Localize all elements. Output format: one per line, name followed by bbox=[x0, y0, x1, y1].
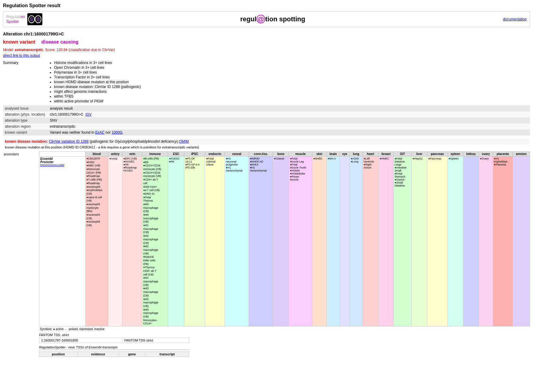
col-header-artery: artery bbox=[108, 152, 122, 156]
promoters-content: blood artery vein immune ESC iPSC endocr… bbox=[39, 151, 530, 357]
near-tss-title: RegulationSpotter - near TSSs of Ensembl… bbox=[39, 345, 189, 350]
liver-cell: ●HepG2 bbox=[411, 156, 427, 327]
summary-item: known disease mutation: ClinVar ID 1288 … bbox=[54, 85, 141, 89]
col-header-endocrin: endocrin bbox=[205, 152, 225, 156]
summary-content: Histone modifications in 3+ cell lines O… bbox=[48, 61, 141, 104]
disease-causing-label: disease causing bbox=[41, 39, 79, 45]
analysis-table: analysed issue analysis result alteratio… bbox=[3, 105, 530, 135]
col-header-brain: brain bbox=[326, 152, 340, 156]
col-header-breast: breast bbox=[379, 152, 394, 156]
header-bar: Regulation Spotter regul@tion spotting d… bbox=[3, 11, 530, 27]
ensembl-link[interactable]: ENSR00000014489 bbox=[40, 164, 64, 167]
svg-point-3 bbox=[36, 17, 40, 22]
clinvar-link[interactable]: ClinVar variation ID 1288 bbox=[49, 139, 89, 144]
alteration-title: Alteration chr1:160001799G>C bbox=[3, 32, 530, 36]
col-gene: gene bbox=[119, 352, 145, 357]
model-line: Model: extratranscriptic, Score: 120.64 … bbox=[3, 48, 530, 52]
lung-cell: ●A549●Lung bbox=[350, 156, 362, 327]
summary-item: within TFBS bbox=[54, 94, 141, 99]
summary-item: Open Chromatin in 3+ cell lines bbox=[54, 65, 141, 70]
igv-link[interactable]: IGV bbox=[85, 112, 92, 117]
row-label: known variant bbox=[3, 129, 48, 135]
summary-item: Transcription Factor in 3+ cell lines bbox=[54, 75, 141, 79]
near-tss-header-row: position evidence gene transcript bbox=[39, 352, 189, 357]
placenta-cell: ●H1trophoblast●Placenta bbox=[493, 156, 513, 327]
col-header-pancreas: pancreas bbox=[427, 152, 447, 156]
summary-section: Summary Histone modifications in 3+ cell… bbox=[3, 61, 530, 104]
col-header-liver: liver bbox=[411, 152, 427, 156]
promoters-label: promoters bbox=[3, 151, 39, 357]
row-value: analysis result bbox=[48, 105, 530, 111]
table-row: known variant Variant was neither found … bbox=[3, 129, 530, 135]
col-header-bone: bone bbox=[273, 152, 289, 156]
table-row: alteration type SNV bbox=[3, 117, 530, 123]
artery-cell: ●Aorta bbox=[108, 156, 122, 327]
col-header-skin: skin bbox=[312, 152, 326, 156]
col-header-conntiss: conn.tiss. bbox=[249, 152, 273, 156]
col-header-immune: immune bbox=[142, 152, 168, 156]
known-variant-label: known variant bbox=[3, 39, 35, 45]
muscle-cell: ●FetalMuscle Leg●FetalMuscle Trunk●HSMM●… bbox=[289, 156, 312, 327]
direct-link[interactable]: direct link to this output bbox=[3, 53, 530, 58]
row-label: alteration region bbox=[3, 123, 48, 129]
logo-icon bbox=[27, 13, 42, 25]
col-header-placenta: placenta bbox=[493, 152, 513, 156]
ensembl-cell: EnsemblPromoter ENSR00000014489 bbox=[39, 156, 86, 327]
col-ensembl bbox=[39, 152, 86, 156]
col-header-esc: ESC bbox=[168, 152, 184, 156]
logo-text: Regulation Spotter bbox=[6, 14, 25, 24]
endocrin-cell: ●FetalAdrenalGland bbox=[205, 156, 225, 327]
near-tss-table: position evidence gene transcript bbox=[39, 351, 189, 357]
ovary-cell: ●Ovary bbox=[479, 156, 493, 327]
bone-cell: ●Osteob bbox=[273, 156, 289, 327]
row-value: Variant was neither found in ExAC nor 10… bbox=[48, 129, 530, 135]
col-header-neural: neural bbox=[225, 152, 249, 156]
1000g-link[interactable]: 1000G bbox=[112, 130, 123, 135]
row-value: extratranscriptic bbox=[48, 123, 530, 129]
summary-item: Histone modifications in 3+ cell lines bbox=[54, 61, 141, 65]
neural-cell: ●H1neuronalprogenitor●H1mesenchymal bbox=[225, 156, 249, 327]
pancreas-cell: ●Pancreas bbox=[427, 156, 447, 327]
documentation-link[interactable]: documentation bbox=[503, 17, 527, 21]
promoter-row: EnsemblPromoter ENSR00000014489 ●CM12878… bbox=[39, 156, 530, 327]
immune-cell: ●B cells (PB)●B9●CD14+CD16monocyte (CB)●… bbox=[142, 156, 168, 327]
col-header-spleen: spleen bbox=[447, 152, 463, 156]
breast-cell: ●HMEC bbox=[379, 156, 394, 327]
omim-link[interactable]: OMIM bbox=[179, 139, 189, 144]
page-title: Regulation Spotter result bbox=[3, 3, 530, 8]
known-variant-line: known variant disease causing bbox=[3, 39, 530, 45]
fantom-section: FANTOM TSS, strict 1:160001797-160001805… bbox=[39, 333, 530, 343]
heart-cell: ●LeftVentricle●RightAtrium bbox=[362, 156, 378, 327]
col-evidence: evidence bbox=[77, 352, 119, 357]
table-row: analysed issue analysis result bbox=[3, 105, 530, 111]
summary-list: Histone modifications in 3+ cell lines O… bbox=[54, 61, 141, 103]
fantom-value: FANTOM TSS strict bbox=[122, 338, 189, 343]
col-transcript: transcript bbox=[145, 352, 189, 357]
col-header-kidney: kidney bbox=[463, 152, 479, 156]
esc-cell: ●H1ESC●H9 bbox=[168, 156, 184, 327]
amnion-cell bbox=[513, 156, 530, 327]
ensembl-label: EnsemblPromoter bbox=[40, 157, 53, 164]
skin-cell: ●NHEK bbox=[312, 156, 326, 327]
fantom-table: 1:160001797-160001805 FANTOM TSS strict bbox=[39, 338, 189, 343]
col-header-heart: heart bbox=[362, 152, 378, 156]
symbols-row: Symbols: ● active - poised, repressed, i… bbox=[39, 327, 530, 332]
conntiss-cell: ●IMR90●NHDF.AD●NHLF●H1mesenchymal bbox=[249, 156, 273, 327]
exac-link[interactable]: ExAC bbox=[95, 130, 104, 135]
ipsc-cell: ●PS DF19.11●PS DF 6.9iPS-20b bbox=[184, 156, 205, 327]
col-header-lung: lung bbox=[350, 152, 362, 156]
col-header-eye: eye bbox=[340, 152, 350, 156]
col-header-git: GIT bbox=[393, 152, 411, 156]
spleen-cell: ●Spleen bbox=[447, 156, 463, 327]
fantom-title: FANTOM TSS, strict bbox=[39, 333, 530, 337]
col-header-amnion: amnion bbox=[513, 152, 530, 156]
known-disease-label: known disease mutation: bbox=[5, 139, 48, 144]
table-row: alteration region extratranscriptic bbox=[3, 123, 530, 129]
summary-item: Polymerase in 3+ cell lines bbox=[54, 70, 141, 74]
summary-item: within active promoter of PIGM bbox=[54, 99, 141, 103]
col-header-ipsc: iPSC bbox=[184, 152, 205, 156]
fantom-position: 1:160001797-160001805 bbox=[39, 338, 123, 343]
brain-cell: ●NH-A bbox=[326, 156, 340, 327]
vein-cell: ●EPC (VB)●HUVEC●H9●RoadmapHUVEC bbox=[123, 156, 142, 327]
hgmd-line: known disease mutation at this position … bbox=[3, 144, 530, 150]
